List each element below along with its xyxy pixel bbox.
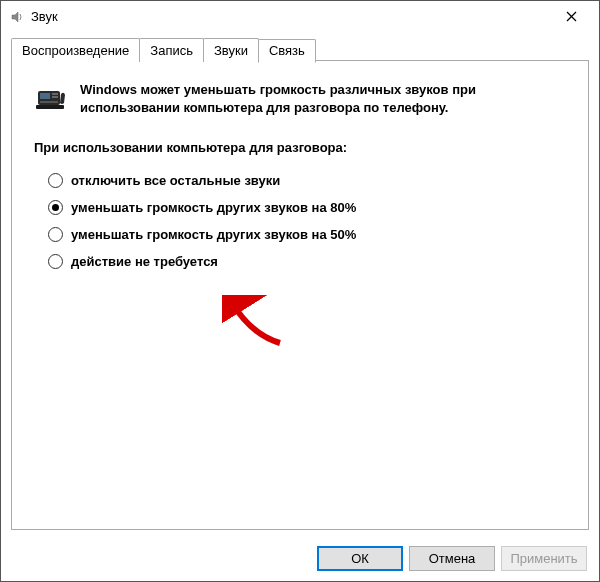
tabs: Воспроизведение Запись Звуки Связь (11, 37, 589, 61)
radio-row-reduce50[interactable]: уменьшать громкость других звуков на 50% (48, 227, 566, 242)
radio-label-mute: отключить все остальные звуки (71, 173, 280, 188)
radio-label-reduce50: уменьшать громкость других звуков на 50% (71, 227, 356, 242)
description-text: Windows может уменьшать громкость различ… (80, 81, 566, 116)
radio-label-reduce80: уменьшать громкость других звуков на 80% (71, 200, 356, 215)
svg-rect-4 (52, 93, 58, 95)
tab-area: Воспроизведение Запись Звуки Связь (1, 33, 599, 530)
tab-panel-communication: Windows может уменьшать громкость различ… (11, 60, 589, 530)
apply-button: Применить (501, 546, 587, 571)
cancel-button[interactable]: Отмена (409, 546, 495, 571)
radio-label-none: действие не требуется (71, 254, 218, 269)
svg-rect-7 (36, 105, 64, 109)
radio-row-reduce80[interactable]: уменьшать громкость других звуков на 80% (48, 200, 566, 215)
tab-recording[interactable]: Запись (139, 38, 204, 62)
section-label: При использовании компьютера для разгово… (34, 140, 566, 155)
radio-reduce50[interactable] (48, 227, 63, 242)
svg-rect-6 (40, 101, 58, 103)
sound-dialog: Звук Воспроизведение Запись Звуки Связь (0, 0, 600, 582)
annotation-arrow-icon (222, 295, 292, 350)
radio-row-mute[interactable]: отключить все остальные звуки (48, 173, 566, 188)
tab-communication[interactable]: Связь (258, 39, 316, 63)
close-button[interactable] (551, 3, 591, 31)
radio-mute[interactable] (48, 173, 63, 188)
close-icon (566, 11, 577, 22)
tab-playback[interactable]: Воспроизведение (11, 38, 140, 62)
description-row: Windows может уменьшать громкость различ… (34, 81, 566, 116)
radio-group: отключить все остальные звуки уменьшать … (34, 173, 566, 269)
window-title: Звук (31, 9, 551, 24)
svg-rect-5 (52, 96, 58, 98)
sound-icon (9, 9, 25, 25)
radio-row-none[interactable]: действие не требуется (48, 254, 566, 269)
tab-sounds[interactable]: Звуки (203, 38, 259, 62)
phone-device-icon (34, 81, 68, 115)
radio-reduce80[interactable] (48, 200, 63, 215)
ok-button[interactable]: ОК (317, 546, 403, 571)
svg-rect-3 (40, 93, 50, 99)
titlebar: Звук (1, 1, 599, 33)
radio-none[interactable] (48, 254, 63, 269)
button-row: ОК Отмена Применить (317, 546, 587, 571)
